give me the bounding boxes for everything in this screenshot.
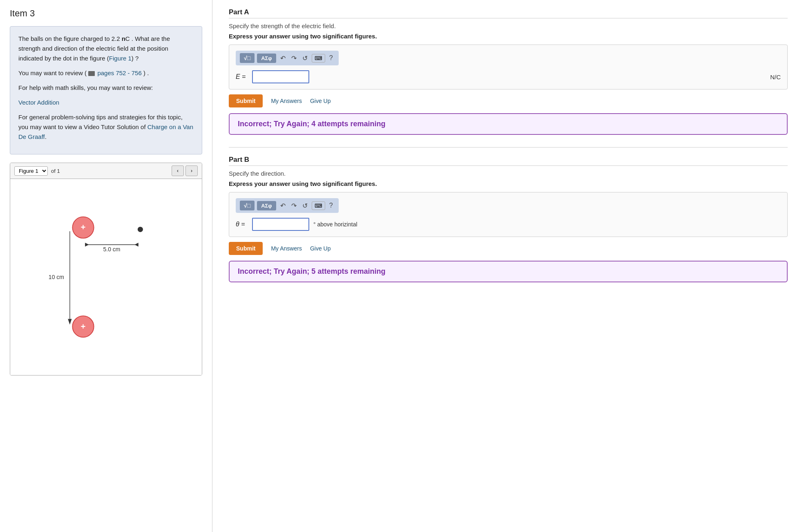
part-a-help-btn[interactable]: ? (328, 54, 335, 63)
figure-next-btn[interactable]: › (185, 165, 198, 176)
part-a-input-container: √□ ΑΣφ ↶ ↷ ↺ ⌨ ? E = N/C (229, 45, 788, 89)
part-b-input[interactable] (252, 218, 309, 231)
part-b-sqrt-btn[interactable]: √□ (240, 201, 255, 210)
svg-text:5.0 cm: 5.0 cm (103, 246, 121, 253)
part-a-sqrt-btn[interactable]: √□ (240, 53, 255, 63)
review-paragraph: You may want to review ( pages 752 - 756… (18, 68, 194, 78)
figure-header: Figure 1 of 1 ‹ › (10, 163, 202, 179)
part-b-section: Part B Specify the direction. Express yo… (229, 156, 788, 282)
part-b-feedback: Incorrect; Try Again; 5 attempts remaini… (229, 261, 788, 282)
problem-box: The balls on the figure charged to 2.2 n… (10, 26, 202, 154)
part-b-my-answers-link[interactable]: My Answers (271, 245, 302, 252)
part-b-help-btn[interactable]: ? (328, 201, 335, 210)
part-b-keyboard-btn[interactable]: ⌨ (312, 201, 325, 210)
part-divider (229, 147, 788, 148)
svg-marker-8 (68, 319, 71, 325)
part-b-action-row: Submit My Answers Give Up (229, 242, 788, 255)
svg-marker-5 (134, 243, 138, 246)
part-a-my-answers-link[interactable]: My Answers (271, 98, 302, 104)
figure-canvas: + 5.0 cm 10 cm + (10, 179, 202, 375)
part-b-symbol-btn[interactable]: ΑΣφ (257, 201, 276, 210)
part-a-input-row: E = N/C (236, 70, 781, 83)
figure-prev-btn[interactable]: ‹ (172, 165, 184, 176)
part-a-input[interactable] (252, 70, 309, 83)
right-panel: Part A Specify the strength of the elect… (212, 0, 804, 532)
part-a-instruction: Specify the strength of the electric fie… (229, 22, 788, 29)
vector-addition-link[interactable]: Vector Addition (18, 99, 59, 106)
part-a-section: Part A Specify the strength of the elect… (229, 8, 788, 135)
part-a-give-up-link[interactable]: Give Up (310, 98, 331, 104)
problem-text: The balls on the figure charged to 2.2 n… (18, 34, 194, 63)
nav-buttons-group: ‹ › (172, 165, 198, 176)
part-a-math-label: E = (236, 73, 248, 80)
part-b-toolbar: √□ ΑΣφ ↶ ↷ ↺ ⌨ ? (236, 198, 339, 213)
part-a-refresh-btn[interactable]: ↺ (301, 54, 309, 63)
part-b-refresh-btn[interactable]: ↺ (301, 201, 309, 210)
part-a-action-row: Submit My Answers Give Up (229, 94, 788, 107)
part-a-unit: N/C (770, 74, 781, 80)
part-a-feedback: Incorrect; Try Again; 4 attempts remaini… (229, 113, 788, 135)
figure-link-inline[interactable]: Figure 1 (109, 55, 132, 62)
svg-point-2 (138, 227, 143, 232)
part-b-submit-btn[interactable]: Submit (229, 242, 263, 255)
svg-text:10 cm: 10 cm (49, 274, 64, 280)
part-b-math-label: θ = (236, 221, 248, 228)
part-a-keyboard-btn[interactable]: ⌨ (312, 54, 325, 63)
figure-select[interactable]: Figure 1 (14, 166, 48, 176)
svg-marker-4 (85, 243, 89, 246)
part-b-instruction: Specify the direction. (229, 170, 788, 177)
figure-box: Figure 1 of 1 ‹ › + 5.0 cm (10, 163, 202, 376)
part-b-redo-btn[interactable]: ↷ (290, 201, 298, 210)
figure-of-text: of 1 (51, 168, 60, 174)
part-a-symbol-btn[interactable]: ΑΣφ (257, 54, 276, 63)
left-panel: Item 3 The balls on the figure charged t… (0, 0, 212, 532)
item-title: Item 3 (10, 8, 202, 19)
book-icon (88, 71, 95, 76)
part-b-input-container: √□ ΑΣφ ↶ ↷ ↺ ⌨ ? θ = ° above horizintal (229, 192, 788, 237)
part-b-undo-btn[interactable]: ↶ (279, 201, 287, 210)
part-a-title: Part A (229, 8, 788, 18)
part-a-undo-btn[interactable]: ↶ (279, 54, 287, 63)
part-b-unit: ° above horizintal (313, 221, 357, 228)
part-a-redo-btn[interactable]: ↷ (290, 54, 298, 63)
part-b-sig-figs: Express your answer using two significan… (229, 180, 788, 187)
part-a-submit-btn[interactable]: Submit (229, 94, 263, 107)
part-a-sig-figs: Express your answer using two significan… (229, 33, 788, 40)
figure-diagram: + 5.0 cm 10 cm + (18, 187, 194, 367)
tips-text: For general problem-solving tips and str… (18, 112, 194, 142)
math-skills-text: For help with math skills, you may want … (18, 83, 194, 93)
part-b-input-row: θ = ° above horizintal (236, 218, 781, 231)
part-a-toolbar: √□ ΑΣφ ↶ ↷ ↺ ⌨ ? (236, 51, 339, 65)
svg-text:+: + (81, 322, 86, 331)
svg-text:+: + (81, 222, 86, 232)
pages-link[interactable]: pages 752 - 756 (97, 69, 141, 76)
part-b-title: Part B (229, 156, 788, 166)
part-b-give-up-link[interactable]: Give Up (310, 245, 331, 252)
